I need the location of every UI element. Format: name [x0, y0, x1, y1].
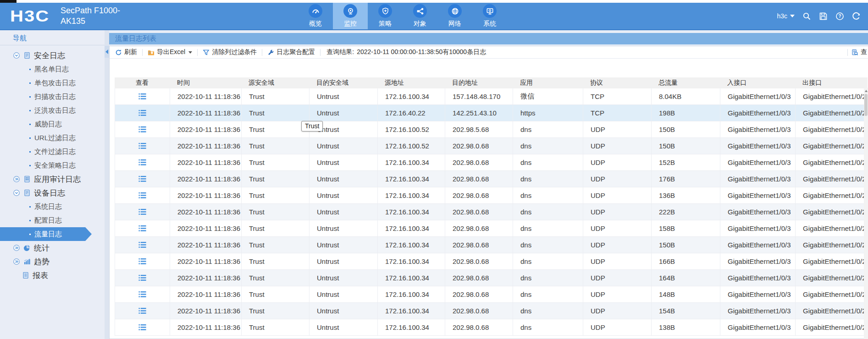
table-cell-protocol: UDP [583, 303, 652, 319]
save-icon[interactable] [819, 12, 828, 21]
sidebar-item-file-filter-log[interactable]: 文件过滤日志 [0, 145, 105, 159]
view-log-icon[interactable] [138, 258, 146, 265]
sidebar-item-system-log[interactable]: 系统日志 [0, 200, 105, 213]
table-cell-dst_zone: Untrust [310, 105, 378, 121]
logout-icon[interactable] [852, 12, 861, 21]
sidebar-item-blacklist-log[interactable]: 黑名单日志 [0, 62, 105, 76]
nav-tab-label: 概览 [309, 20, 322, 28]
nav-tab-objects[interactable]: 对象 [403, 3, 437, 29]
column-header[interactable]: 出接口 [795, 79, 868, 87]
view-log-icon[interactable] [138, 93, 146, 100]
column-header[interactable]: 查看 [115, 79, 170, 87]
view-log-icon[interactable] [138, 142, 146, 149]
nav-tab-system[interactable]: 系统 [472, 3, 507, 29]
column-header[interactable]: 入接口 [720, 79, 795, 87]
splitter[interactable] [105, 30, 109, 339]
export-excel-button[interactable]: 导出Excel [148, 48, 192, 56]
table-row[interactable]: 2022-10-11 11:18:36TrustUntrust172.16.10… [115, 270, 868, 286]
view-log-icon[interactable] [138, 175, 146, 182]
view-log-icon[interactable] [138, 208, 146, 215]
chevron-down-icon [790, 15, 795, 17]
sidebar-item-label: 安全日志 [34, 50, 65, 61]
column-header[interactable]: 协议 [583, 79, 651, 87]
chevron-left-icon [105, 49, 108, 54]
trend-icon [23, 258, 31, 265]
view-cell [115, 204, 170, 220]
table-row[interactable]: 2022-10-11 11:18:36TrustUntrust172.16.10… [115, 303, 868, 319]
table-row[interactable]: 2022-10-11 11:18:36TrustUntrust172.16.10… [115, 121, 868, 138]
search-icon[interactable] [802, 12, 811, 21]
column-header[interactable]: 目的安全域 [309, 79, 377, 87]
table-cell-app: dns [513, 237, 583, 253]
help-icon[interactable]: ? [835, 12, 844, 21]
table-row[interactable]: 2022-10-11 11:18:36TrustUntrust172.16.10… [115, 88, 868, 105]
sidebar-tree: 安全日志黑名单日志单包攻击日志扫描攻击日志泛洪攻击日志威胁日志URL过滤日志文件… [0, 45, 105, 282]
view-cell [115, 88, 170, 104]
view-log-icon[interactable] [138, 324, 146, 331]
table-cell-dst_zone: Untrust [310, 253, 378, 269]
view-log-icon[interactable] [138, 225, 146, 232]
view-log-icon[interactable] [138, 109, 146, 116]
column-header[interactable]: 应用 [513, 79, 583, 87]
column-header[interactable]: 源地址 [377, 79, 445, 87]
collapse-sidebar-handle[interactable] [105, 46, 109, 58]
log-query-button[interactable]: 查 [851, 48, 867, 56]
view-log-icon[interactable] [138, 241, 146, 248]
sidebar-item-label: 应用审计日志 [34, 174, 81, 185]
table-row[interactable]: 2022-10-11 11:18:36TrustUntrust172.16.10… [115, 220, 868, 237]
sidebar-item-scan-attack-log[interactable]: 扫描攻击日志 [0, 90, 105, 104]
table-cell-total: 154B [652, 303, 720, 319]
nav-tab-monitor[interactable]: 监控 [333, 3, 368, 29]
vertical-scrollbar[interactable] [864, 88, 868, 339]
view-cell [115, 105, 170, 121]
column-header[interactable]: 源安全域 [241, 79, 309, 87]
table-cell-dst_ip: 202.98.0.68 [445, 237, 513, 253]
sidebar-item-config-log[interactable]: 配置日志 [0, 213, 105, 227]
table-cell-in_if: GigabitEthernet1/0/3 [720, 253, 796, 269]
sidebar-item-url-filter-log[interactable]: URL过滤日志 [0, 131, 105, 145]
table-row[interactable]: 2022-10-11 11:18:36TrustUntrust172.16.10… [115, 237, 868, 253]
table-row[interactable]: 2022-10-11 11:18:36TrustUntrust172.16.10… [115, 138, 868, 154]
table-row[interactable]: 2022-10-11 11:18:36TrustUntrust172.16.10… [115, 154, 868, 171]
view-log-icon[interactable] [138, 192, 146, 199]
column-header[interactable]: 时间 [170, 79, 241, 87]
user-menu[interactable]: h3c [777, 12, 795, 20]
table-row[interactable]: 2022-10-11 11:18:36TrustUntrust172.16.10… [115, 204, 868, 220]
nav-tab-policy[interactable]: 策略 [368, 3, 403, 29]
table-row[interactable]: 2022-10-11 11:18:36TrustUntrust172.16.10… [115, 319, 868, 336]
sidebar-item-traffic-log[interactable]: 流量日志 [0, 227, 85, 241]
sidebar-item-device-log[interactable]: 设备日志 [0, 186, 105, 200]
nav-tab-network[interactable]: 网络 [437, 3, 472, 29]
log-aggregation-button[interactable]: 日志聚合配置 [267, 48, 315, 56]
column-header[interactable]: 目的地址 [445, 79, 513, 87]
sidebar-item-report[interactable]: 报表 [0, 268, 105, 282]
table-row[interactable]: 2022-10-11 11:18:36TrustUntrust172.16.10… [115, 187, 868, 204]
scrollbar-thumb[interactable] [864, 94, 868, 116]
refresh-button[interactable]: 刷新 [115, 48, 137, 56]
view-log-icon[interactable] [138, 291, 146, 298]
view-log-icon[interactable] [138, 307, 146, 314]
table-row[interactable]: 2022-10-11 11:18:36TrustUntrust172.16.10… [115, 286, 868, 303]
sidebar-item-trend[interactable]: 趋势 [0, 255, 105, 268]
view-log-icon[interactable] [138, 274, 146, 281]
view-log-icon[interactable] [138, 159, 146, 166]
view-log-icon[interactable] [138, 126, 146, 133]
sidebar-item-app-audit-log[interactable]: 应用审计日志 [0, 172, 105, 186]
sidebar-item-policy-log[interactable]: 安全策略日志 [0, 159, 105, 172]
scroll-up-arrow-icon[interactable] [864, 88, 868, 93]
column-header[interactable]: 总流量 [651, 79, 720, 87]
sidebar-item-flood-attack-log[interactable]: 泛洪攻击日志 [0, 104, 105, 117]
table-cell-in_if: GigabitEthernet1/0/3 [720, 319, 796, 335]
table-row[interactable]: 2022-10-11 11:18:36TrustUntrust172.16.40… [115, 105, 868, 121]
table-row[interactable]: 2022-10-11 11:18:36TrustUntrust172.16.10… [115, 253, 868, 270]
table-row[interactable]: 2022-10-11 11:18:36TrustUntrust172.16.10… [115, 171, 868, 187]
table-cell-in_if: GigabitEthernet1/0/3 [720, 220, 796, 236]
clear-filter-button[interactable]: 清除列过滤条件 [203, 48, 257, 56]
sidebar-item-threat-log[interactable]: 威胁日志 [0, 117, 105, 131]
sidebar-item-statistics[interactable]: 统计 [0, 241, 105, 255]
nav-tab-overview[interactable]: 概览 [298, 3, 333, 29]
sidebar-item-security-log[interactable]: 安全日志 [0, 49, 105, 62]
table-cell-total: 138B [652, 319, 720, 335]
sidebar-item-single-attack-log[interactable]: 单包攻击日志 [0, 76, 105, 90]
table-cell-in_if: GigabitEthernet1/0/3 [720, 303, 796, 319]
